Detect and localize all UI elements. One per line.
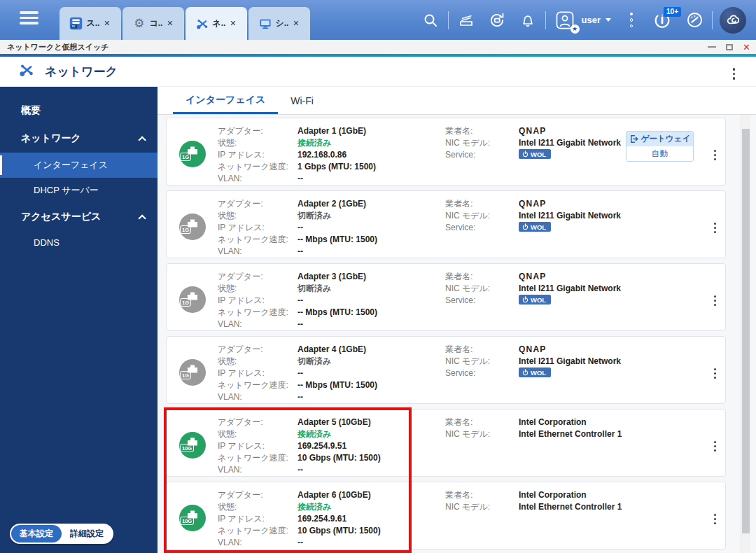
maximize-icon[interactable] <box>726 42 733 52</box>
topbar-right-icons: ★ user 10+ <box>420 0 756 40</box>
vlan-label: VLAN: <box>218 173 298 185</box>
nic-model-value: Intel Ethernet Controller 1 <box>519 501 624 513</box>
taskbar-tab-label: ス.. <box>86 18 99 29</box>
sidebar-item-ddns[interactable]: DDNS <box>0 231 158 254</box>
adapter-menu-kebab-icon[interactable] <box>710 438 720 454</box>
vendor-value: QNAP <box>519 344 626 356</box>
content-tabs: インターフェイス Wi-Fi <box>158 87 756 115</box>
adapter-speed-icon: 1G <box>179 141 206 167</box>
sidebar-item-overview[interactable]: 概要 <box>0 97 158 125</box>
background-tasks-icon[interactable] <box>456 10 477 31</box>
adapter-ip-value: -- <box>298 222 445 234</box>
advanced-settings-toggle[interactable]: 詳細設定 <box>62 525 112 542</box>
vendor-label: 業者名: <box>445 125 519 137</box>
notifications-bell-icon[interactable] <box>517 10 538 31</box>
taskbar-tabs: IO ス.. ✕ ⚙ コ.. ✕ ネ.. ✕ シ.. <box>59 7 310 40</box>
settings-mode-toggle: 基本設定 詳細設定 <box>10 524 113 544</box>
adapter-menu-kebab-icon[interactable] <box>710 220 720 236</box>
sidebar-item-label: 概要 <box>21 104 41 117</box>
nic-model-label: NIC モデル: <box>445 137 519 149</box>
adapter-menu-kebab-icon[interactable] <box>710 511 720 527</box>
nic-model-value: Intel Ethernet Controller 1 <box>519 428 624 440</box>
adapter-status-value: 切断済み <box>298 210 445 222</box>
chevron-down-icon <box>606 18 611 22</box>
wol-badge: WOL <box>519 149 551 159</box>
sidebar: 概要 ネットワーク インターフェイス DHCP サーバー アクセスサービス DD… <box>0 87 158 553</box>
speed-label: ネットワーク速度: <box>218 234 298 246</box>
more-options-kebab-icon[interactable] <box>621 10 642 31</box>
taskbar-tab-storage[interactable]: IO ス.. ✕ <box>59 7 121 40</box>
divider <box>545 11 546 29</box>
vendor-label: 業者名: <box>445 489 519 501</box>
sidebar-item-dhcp-server[interactable]: DHCP サーバー <box>0 178 158 203</box>
user-avatar-icon: ★ <box>553 8 577 32</box>
basic-settings-toggle[interactable]: 基本設定 <box>11 525 62 542</box>
adapter-menu-kebab-icon[interactable] <box>710 147 720 163</box>
power-icon <box>522 369 528 376</box>
taskbar-tab-network[interactable]: ネ.. ✕ <box>186 7 247 40</box>
ip-label: IP アドレス: <box>218 368 298 379</box>
chevron-up-icon <box>138 136 146 144</box>
close-icon[interactable]: ✕ <box>228 19 237 28</box>
vlan-label: VLAN: <box>218 246 298 258</box>
vertical-scrollbar[interactable] <box>741 115 750 553</box>
user-menu[interactable]: ★ user <box>553 8 611 32</box>
close-icon[interactable]: ✕ <box>743 42 750 52</box>
sidebar-item-label: ネットワーク <box>21 132 81 145</box>
vlan-label: VLAN: <box>218 391 298 403</box>
adapter-menu-kebab-icon[interactable] <box>710 293 720 309</box>
adapter-label: アダプター: <box>218 416 298 428</box>
wol-badge: WOL <box>519 295 551 304</box>
main-menu-hamburger-icon[interactable] <box>20 11 38 24</box>
sync-icon[interactable] <box>486 10 507 31</box>
sidebar-item-network[interactable]: ネットワーク <box>0 125 158 153</box>
update-info-icon[interactable]: 10+ <box>652 10 673 31</box>
network-app-icon <box>195 16 209 31</box>
adapter-label: アダプター: <box>218 489 298 501</box>
nic-model-label: NIC モデル: <box>445 428 519 440</box>
sidebar-item-access-services[interactable]: アクセスサービス <box>0 203 158 231</box>
vendor-label: 業者名: <box>445 271 519 283</box>
qts-desktop: IO ス.. ✕ ⚙ コ.. ✕ ネ.. ✕ シ.. <box>0 0 756 553</box>
nic-model-value: Intel I211 Gigabit Network <box>519 283 624 295</box>
desktop-topbar: IO ス.. ✕ ⚙ コ.. ✕ ネ.. ✕ シ.. <box>0 0 756 40</box>
status-label: 状態: <box>218 356 298 368</box>
myqnapcloud-icon[interactable] <box>720 7 746 34</box>
adapter-status-value: 接続済み <box>298 137 445 149</box>
adapter-list: 1G アダプター: 状態: IP アドレス: ネットワーク速度: VLAN: A… <box>158 115 756 553</box>
nic-model-label: NIC モデル: <box>445 356 519 368</box>
status-label: 状態: <box>218 210 298 222</box>
sidebar-item-interfaces[interactable]: インターフェイス <box>0 153 158 178</box>
speed-label: ネットワーク速度: <box>218 307 298 318</box>
adapter-speed-value: 1 Gbps (MTU: 1500) <box>298 161 445 173</box>
dashboard-gauge-icon[interactable] <box>684 10 705 31</box>
gateway-button[interactable]: ゲートウェイ 自動 <box>626 131 694 162</box>
adapter-ip-value: -- <box>298 295 445 307</box>
taskbar-tab-control-panel[interactable]: ⚙ コ.. ✕ <box>122 7 184 40</box>
app-header: ネットワーク <box>0 57 756 87</box>
ip-label: IP アドレス: <box>218 513 298 525</box>
app-menu-kebab-icon[interactable] <box>729 65 740 83</box>
scrollbar-thumb[interactable] <box>742 129 750 533</box>
minimize-icon[interactable] <box>708 42 716 52</box>
close-icon[interactable]: ✕ <box>291 19 300 28</box>
tab-wifi[interactable]: Wi-Fi <box>278 89 326 114</box>
close-icon[interactable]: ✕ <box>102 19 111 28</box>
gateway-icon <box>629 134 638 144</box>
power-icon <box>522 150 528 158</box>
taskbar-tab-system[interactable]: シ.. ✕ <box>248 7 310 40</box>
nic-model-value: Intel I211 Gigabit Network <box>519 137 624 149</box>
vendor-value: Intel Corporation <box>519 416 626 428</box>
nic-model-label: NIC モデル: <box>445 210 519 222</box>
adapter-speed-value: -- Mbps (MTU: 1500) <box>298 234 445 246</box>
window-title: ネットワークと仮想スイッチ <box>7 42 109 52</box>
close-icon[interactable]: ✕ <box>165 19 174 28</box>
tab-interfaces[interactable]: インターフェイス <box>173 88 278 114</box>
adapter-card: 1G アダプター: 状態: IP アドレス: ネットワーク速度: VLAN: A… <box>166 336 726 404</box>
star-badge-icon: ★ <box>570 24 580 34</box>
speed-label: ネットワーク速度: <box>218 161 298 173</box>
gear-icon: ⚙ <box>132 16 146 31</box>
adapter-menu-kebab-icon[interactable] <box>710 365 720 382</box>
adapter-ip-value: 169.254.9.61 <box>298 513 445 525</box>
search-icon[interactable] <box>420 10 441 31</box>
